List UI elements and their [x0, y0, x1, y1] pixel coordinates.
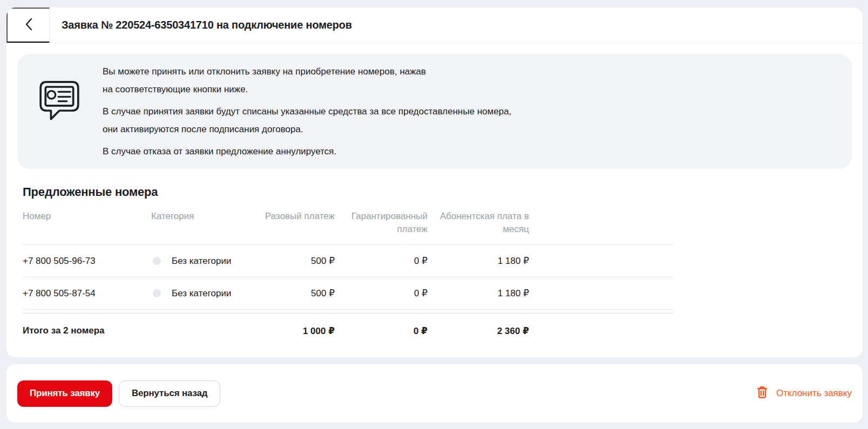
- message-card-icon: [36, 74, 83, 125]
- monthly-fee: 1 180 ₽: [428, 288, 529, 299]
- page-header: Заявка № 220524-6350341710 на подключени…: [6, 8, 863, 43]
- category-label: Без категории: [172, 288, 231, 299]
- phone-number: +7 800 505-87-54: [23, 288, 151, 299]
- back-button[interactable]: [6, 8, 50, 43]
- request-page: Заявка № 220524-6350341710 на подключени…: [0, 0, 868, 429]
- go-back-button[interactable]: Вернуться назад: [119, 380, 220, 407]
- column-header-guaranteed: Гарантированный платеж: [335, 210, 428, 236]
- column-header-category: Категория: [151, 210, 238, 223]
- reject-request-label: Отклонить заявку: [776, 388, 852, 399]
- accept-request-button[interactable]: Принять заявку: [17, 380, 112, 407]
- reject-request-button[interactable]: Отклонить заявку: [755, 385, 852, 402]
- guaranteed-fee: 0 ₽: [335, 288, 428, 299]
- section-title: Предложенные номера: [23, 185, 852, 199]
- category-dot-icon: [153, 289, 161, 297]
- phone-number: +7 800 505-96-73: [23, 256, 151, 267]
- action-bar: Принять заявку Вернуться назад Отклонить…: [6, 364, 863, 423]
- total-separator: [23, 310, 674, 314]
- table-row: +7 800 505-87-54 Без категории 500 ₽ 0 ₽…: [23, 277, 674, 310]
- action-bar-left: Принять заявку Вернуться назад: [17, 380, 220, 407]
- notice-paragraph-3: В случае отказа от заявки предложение ан…: [103, 142, 512, 160]
- notice-box: Вы можете принять или отклонить заявку н…: [17, 54, 852, 169]
- table-header-row: Номер Категория Разовый платеж Гарантиро…: [23, 203, 674, 245]
- one-time-fee: 500 ₽: [238, 288, 335, 299]
- notice-text: Вы можете принять или отклонить заявку н…: [103, 63, 512, 160]
- one-time-fee: 500 ₽: [238, 255, 335, 267]
- total-guaranteed: 0 ₽: [335, 325, 428, 337]
- total-row: Итого за 2 номера 1 000 ₽ 0 ₽ 2 360 ₽: [23, 314, 674, 348]
- trash-icon: [755, 385, 769, 402]
- category-dot-icon: [153, 257, 161, 265]
- total-monthly: 2 360 ₽: [428, 325, 529, 337]
- notice-paragraph-2: В случае принятия заявки будут списаны у…: [103, 103, 512, 138]
- numbers-table: Номер Категория Разовый платеж Гарантиро…: [23, 203, 674, 348]
- monthly-fee: 1 180 ₽: [428, 255, 529, 267]
- guaranteed-fee: 0 ₽: [335, 255, 428, 267]
- total-label: Итого за 2 номера: [23, 325, 151, 336]
- column-header-monthly: Абонентская плата в месяц: [428, 210, 529, 236]
- column-header-number: Номер: [23, 210, 151, 223]
- category-label: Без категории: [172, 256, 231, 267]
- request-card: Заявка № 220524-6350341710 на подключени…: [6, 8, 863, 357]
- table-row: +7 800 505-96-73 Без категории 500 ₽ 0 ₽…: [23, 245, 674, 277]
- column-header-one-time: Разовый платеж: [238, 210, 335, 223]
- notice-paragraph-1: Вы можете принять или отклонить заявку н…: [103, 63, 512, 98]
- page-title: Заявка № 220524-6350341710 на подключени…: [62, 19, 352, 31]
- total-one-time: 1 000 ₽: [238, 325, 335, 337]
- chevron-left-icon: [25, 18, 32, 32]
- request-content: Вы можете принять или отклонить заявку н…: [6, 43, 863, 348]
